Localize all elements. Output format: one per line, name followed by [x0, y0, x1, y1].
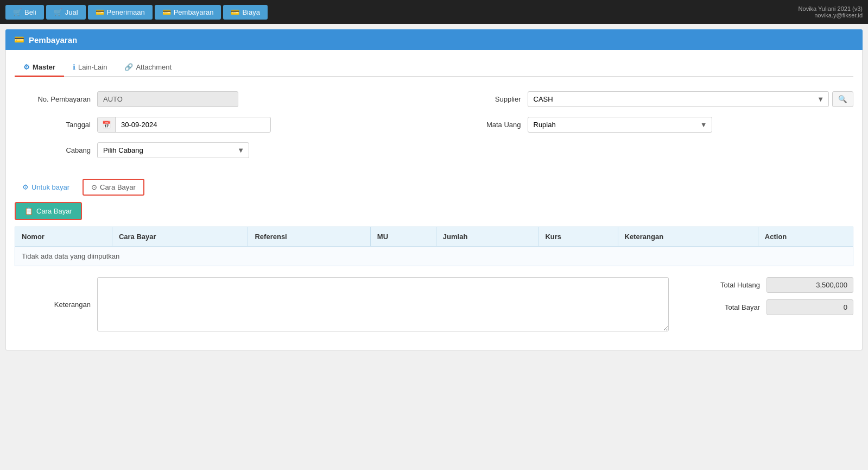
attachment-tab-icon: 🔗	[124, 63, 133, 71]
table-body: Tidak ada data yang diinputkan	[15, 247, 853, 266]
pembayaran-icon: 💳	[162, 8, 171, 16]
sub-tab-untuk-bayar-label: Untuk bayar	[31, 183, 69, 191]
nav-beli[interactable]: 🛒 Beli	[5, 5, 44, 20]
panel-header-title: Pembayaran	[29, 35, 77, 45]
total-hutang-row: Total Hutang 3,500,000	[680, 277, 853, 293]
tab-attachment[interactable]: 🔗 Attachment	[116, 59, 180, 77]
no-pembayaran-value: AUTO	[97, 91, 238, 107]
keterangan-box: Keterangan	[15, 277, 669, 341]
nav-pembayaran-label: Pembayaran	[174, 8, 214, 16]
user-info: Novika Yuliani 2021 (v3) novika.y@fikser…	[799, 5, 863, 18]
col-nomor: Nomor	[15, 227, 112, 247]
panel-body: ⚙ Master ℹ Lain-Lain 🔗 Attachment No. Pe…	[5, 50, 863, 350]
user-email: novika.y@fikser.id	[799, 12, 863, 18]
supplier-select[interactable]: CASH	[528, 92, 813, 106]
master-tab-icon: ⚙	[23, 63, 30, 71]
sub-tab-cara-bayar[interactable]: ⊙ Cara Bayar	[83, 179, 144, 196]
mata-uang-row: Mata Uang Rupiah ▼	[445, 117, 854, 133]
no-pembayaran-label: No. Pembayaran	[15, 95, 91, 103]
table-header: Nomor Cara Bayar Referensi MU Jumlah Kur…	[15, 227, 853, 247]
col-jumlah: Jumlah	[436, 227, 538, 247]
cara-bayar-btn-icon: 📋	[24, 207, 33, 215]
nav-buttons: 🛒 Beli 🛒 Jual 💳 Penerimaan 💳 Pembayaran …	[5, 5, 268, 20]
mata-uang-select-wrapper: Rupiah ▼	[528, 117, 712, 133]
sub-tabs: ⚙ Untuk bayar ⊙ Cara Bayar	[15, 179, 853, 196]
col-cara-bayar: Cara Bayar	[112, 227, 248, 247]
nav-penerimaan-label: Penerimaan	[107, 8, 145, 16]
col-referensi: Referensi	[248, 227, 370, 247]
total-hutang-value: 3,500,000	[766, 277, 853, 293]
form-section: No. Pembayaran AUTO Tanggal 📅 Cabang	[15, 86, 853, 179]
col-keterangan: Keterangan	[618, 227, 758, 247]
panel-header-icon: 💳	[14, 35, 24, 45]
cabang-row: Cabang Pilih Cabang ▼	[15, 142, 423, 158]
supplier-chevron-icon: ▼	[813, 92, 828, 106]
biaya-icon: 💳	[231, 8, 239, 16]
supplier-input-group: CASH ▼ 🔍	[528, 91, 854, 107]
cabang-label: Cabang	[15, 146, 91, 154]
tanggal-row: Tanggal 📅	[15, 117, 423, 133]
form-left-col: No. Pembayaran AUTO Tanggal 📅 Cabang	[15, 91, 423, 168]
keterangan-textarea[interactable]	[97, 277, 669, 331]
lain-lain-tab-icon: ℹ	[73, 63, 75, 71]
nav-biaya-label: Biaya	[242, 8, 260, 16]
beli-icon: 🛒	[13, 8, 22, 16]
tab-lain-lain[interactable]: ℹ Lain-Lain	[64, 59, 116, 77]
nav-pembayaran[interactable]: 💳 Pembayaran	[155, 5, 221, 20]
keterangan-row: Keterangan	[15, 277, 669, 331]
mata-uang-chevron-icon: ▼	[696, 117, 712, 132]
tab-master[interactable]: ⚙ Master	[15, 59, 64, 77]
tab-attachment-label: Attachment	[136, 63, 172, 71]
cara-bayar-tab-icon: ⊙	[91, 183, 97, 191]
keterangan-label: Keterangan	[15, 300, 91, 309]
col-mu: MU	[370, 227, 436, 247]
cara-bayar-table: Nomor Cara Bayar Referensi MU Jumlah Kur…	[15, 227, 853, 266]
calendar-icon: 📅	[98, 117, 116, 132]
total-hutang-label: Total Hutang	[680, 281, 760, 289]
nav-penerimaan[interactable]: 💳 Penerimaan	[88, 5, 153, 20]
col-action: Action	[758, 227, 853, 247]
penerimaan-icon: 💳	[96, 8, 104, 16]
tab-master-label: Master	[33, 63, 55, 71]
panel-header: 💳 Pembayaran	[5, 29, 863, 50]
tab-lain-lain-label: Lain-Lain	[78, 63, 107, 71]
total-bayar-label: Total Bayar	[680, 303, 760, 311]
mata-uang-select[interactable]: Rupiah	[528, 117, 696, 132]
supplier-select-wrapper: CASH ▼	[528, 91, 829, 107]
no-pembayaran-row: No. Pembayaran AUTO	[15, 91, 423, 107]
tanggal-label: Tanggal	[15, 121, 91, 129]
jual-icon: 🛒	[54, 8, 62, 16]
sub-tab-untuk-bayar[interactable]: ⚙ Untuk bayar	[15, 180, 77, 195]
add-cara-bayar-button[interactable]: 📋 Cara Bayar	[15, 202, 82, 220]
nav-jual-label: Jual	[65, 8, 78, 16]
untuk-bayar-icon: ⚙	[22, 183, 29, 191]
tanggal-input-wrapper: 📅	[97, 117, 271, 133]
nav-beli-label: Beli	[24, 8, 36, 16]
cabang-select[interactable]: Pilih Cabang	[98, 143, 233, 158]
tanggal-input[interactable]	[116, 117, 270, 132]
mata-uang-label: Mata Uang	[445, 121, 521, 129]
nav-jual[interactable]: 🛒 Jual	[46, 5, 86, 20]
cara-bayar-btn-label: Cara Bayar	[36, 207, 72, 215]
table-empty-row: Tidak ada data yang diinputkan	[15, 247, 853, 266]
table-empty-message: Tidak ada data yang diinputkan	[15, 247, 853, 266]
total-bayar-value: 0	[766, 299, 853, 315]
col-kurs: Kurs	[538, 227, 618, 247]
main-tabs: ⚙ Master ℹ Lain-Lain 🔗 Attachment	[15, 59, 853, 77]
cabang-chevron-icon: ▼	[233, 143, 249, 158]
nav-biaya[interactable]: 💳 Biaya	[223, 5, 268, 20]
supplier-search-button[interactable]: 🔍	[832, 91, 853, 107]
sub-tab-cara-bayar-label: Cara Bayar	[100, 183, 136, 191]
form-right-col: Supplier CASH ▼ 🔍 Mata Uang	[445, 91, 854, 168]
navbar: 🛒 Beli 🛒 Jual 💳 Penerimaan 💳 Pembayaran …	[0, 0, 868, 24]
supplier-label: Supplier	[445, 95, 521, 103]
cabang-select-wrapper: Pilih Cabang ▼	[97, 142, 249, 158]
bottom-section: Keterangan Total Hutang 3,500,000 Total …	[15, 277, 853, 341]
totals-box: Total Hutang 3,500,000 Total Bayar 0	[680, 277, 853, 322]
user-name: Novika Yuliani 2021 (v3)	[799, 5, 863, 12]
total-bayar-row: Total Bayar 0	[680, 299, 853, 315]
supplier-row: Supplier CASH ▼ 🔍	[445, 91, 854, 107]
